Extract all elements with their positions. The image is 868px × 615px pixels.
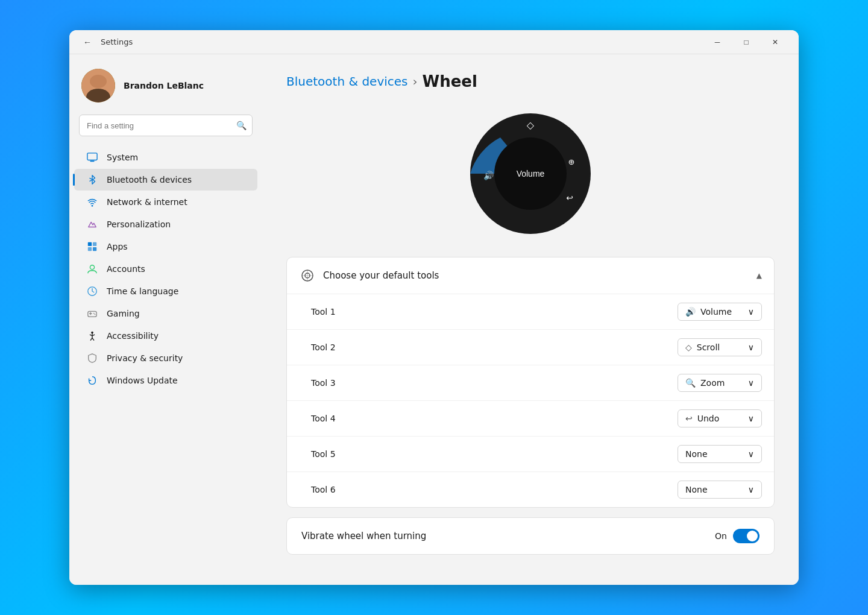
tool-row: Tool 5 None ∨ [287,437,774,472]
page-header: Bluetooth & devices › Wheel [286,72,775,90]
privacy-icon [86,352,98,364]
chevron-down-icon: ∨ [748,449,754,459]
sidebar-item-label: Privacy & security [107,353,183,363]
dropdown-value: Zoom [700,378,725,388]
tool-1-dropdown[interactable]: 🔊 Volume ∨ [678,303,762,321]
undo-icon: ↩ [685,414,693,423]
update-icon [86,374,98,386]
chevron-down-icon: ∨ [748,378,754,388]
bluetooth-icon [86,174,98,186]
tool-label: Tool 2 [311,342,336,352]
back-icon: ← [83,37,92,47]
minimize-button[interactable]: ─ [703,33,731,52]
svg-point-10 [93,313,95,314]
card-header-left: Choose your default tools [299,267,439,284]
sidebar-item-label: Time & language [107,286,178,296]
tool-row: Tool 6 None ∨ [287,472,774,507]
volume-icon: 🔊 [685,307,696,317]
dropdown-inner: 🔍 Zoom [685,378,725,388]
nav-list: System Bluetooth & devices [69,146,262,392]
window-controls: ─ □ ✕ [703,33,789,52]
tool-5-dropdown[interactable]: None ∨ [678,445,762,463]
card-header[interactable]: Choose your default tools ▲ [287,257,774,294]
tools-card-icon [299,267,316,284]
settings-window: ← Settings ─ □ ✕ Brandon LeBlanc 🔍 [69,30,799,585]
avatar-image [81,69,115,102]
search-box: 🔍 [79,115,253,136]
svg-rect-3 [88,242,92,246]
gaming-icon [86,308,98,320]
dropdown-inner: 🔊 Volume [685,307,732,317]
vibrate-label: Vibrate wheel when turning [301,531,426,541]
sidebar-item-accessibility[interactable]: Accessibility [74,325,257,347]
svg-text:Volume: Volume [517,169,545,178]
back-button[interactable]: ← [79,34,96,51]
sidebar-item-label: Apps [107,242,128,251]
dropdown-inner: None [685,485,708,494]
sidebar-item-label: Accounts [107,264,145,274]
tool-row: Tool 4 ↩ Undo ∨ [287,401,774,437]
svg-rect-6 [93,247,96,251]
dropdown-value: None [685,485,708,494]
svg-rect-0 [87,153,97,160]
sidebar-item-label: Network & internet [107,197,187,207]
tool-3-dropdown[interactable]: 🔍 Zoom ∨ [678,374,762,392]
tools-card: Choose your default tools ▲ Tool 1 🔊 Vol… [286,257,775,508]
sidebar-item-accounts[interactable]: Accounts [74,258,257,280]
chevron-down-icon: ∨ [748,307,754,317]
vibrate-state-text: On [715,531,727,541]
avatar [81,69,115,102]
search-input[interactable] [79,115,253,136]
svg-text:↩: ↩ [566,193,573,203]
tool-6-dropdown[interactable]: None ∨ [678,481,762,499]
sidebar-item-system[interactable]: System [74,147,257,168]
tool-row: Tool 2 ◇ Scroll ∨ [287,330,774,365]
personalization-icon [86,218,98,230]
svg-point-11 [95,314,96,315]
tool-label: Tool 6 [311,485,336,494]
sidebar-item-privacy[interactable]: Privacy & security [74,347,257,369]
accessibility-icon [86,330,98,342]
breadcrumb-separator: › [413,74,418,89]
tool-row: Tool 1 🔊 Volume ∨ [287,294,774,330]
sidebar-item-time[interactable]: Time & language [74,280,257,302]
time-icon [86,285,98,297]
tool-label: Tool 5 [311,449,336,459]
dropdown-inner: None [685,449,708,459]
tool-2-dropdown[interactable]: ◇ Scroll ∨ [678,338,762,356]
sidebar-item-network[interactable]: Network & internet [74,191,257,213]
tool-4-dropdown[interactable]: ↩ Undo ∨ [678,409,762,427]
apps-icon [86,241,98,253]
main-layout: Brandon LeBlanc 🔍 System [69,54,799,585]
zoom-icon: 🔍 [685,378,696,388]
chevron-up-icon: ▲ [756,271,762,280]
vibrate-card: Vibrate wheel when turning On [286,517,775,555]
user-name: Brandon LeBlanc [124,81,204,90]
chevron-down-icon: ∨ [748,485,754,494]
wheel-diagram: Volume ◇ 🔊 ⊕ ↩ [286,107,775,240]
tools-card-title: Choose your default tools [323,270,439,281]
close-button[interactable]: ✕ [761,33,789,52]
vibrate-toggle[interactable] [733,529,760,543]
sidebar-item-apps[interactable]: Apps [74,236,257,257]
svg-text:◇: ◇ [527,119,535,131]
svg-rect-5 [88,247,92,251]
sidebar-item-label: System [107,153,138,162]
page-title: Wheel [423,72,477,90]
svg-point-2 [92,205,93,207]
user-section: Brandon LeBlanc [69,62,262,115]
dropdown-value: Undo [697,414,720,423]
svg-text:🔊: 🔊 [483,171,494,181]
sidebar-item-label: Bluetooth & devices [107,175,192,184]
sidebar-item-bluetooth[interactable]: Bluetooth & devices [74,169,257,191]
sidebar-item-update[interactable]: Windows Update [74,370,257,391]
sidebar-item-gaming[interactable]: Gaming [74,303,257,324]
toggle-wrap: On [715,529,760,543]
svg-rect-1 [90,160,94,162]
sidebar-item-personalization[interactable]: Personalization [74,213,257,235]
content-area: Bluetooth & devices › Wheel Volume ◇ [262,54,799,585]
maximize-button[interactable]: □ [732,33,760,52]
breadcrumb-link[interactable]: Bluetooth & devices [286,74,408,89]
titlebar: ← Settings ─ □ ✕ [69,30,799,54]
svg-point-7 [90,265,94,270]
